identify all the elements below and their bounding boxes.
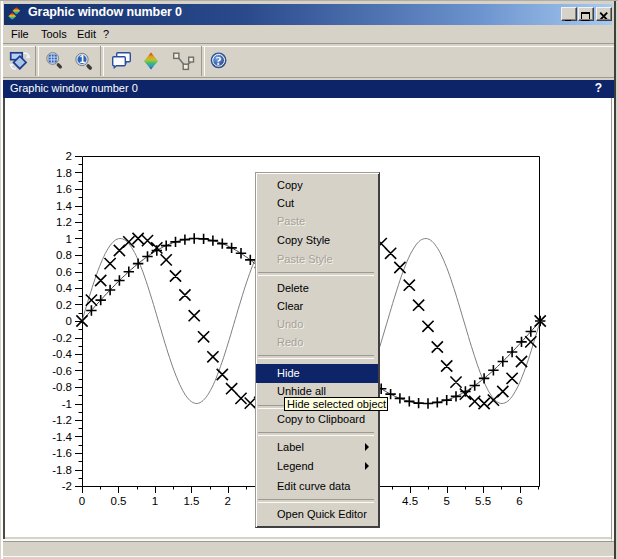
svg-text:1.6: 1.6 [56, 183, 72, 195]
svg-text:-1.2: -1.2 [52, 414, 72, 426]
svg-text:4.5: 4.5 [402, 495, 418, 507]
svg-text:5: 5 [443, 495, 449, 507]
svg-text:-2: -2 [62, 480, 72, 492]
svg-text:1.8: 1.8 [56, 167, 72, 179]
svg-text:-1.6: -1.6 [52, 447, 72, 459]
svg-text:0: 0 [66, 315, 72, 327]
svg-text:1: 1 [152, 495, 158, 507]
svg-text:0: 0 [79, 495, 85, 507]
svg-text:6: 6 [516, 495, 522, 507]
svg-text:1.4: 1.4 [56, 200, 73, 212]
svg-text:1: 1 [66, 233, 72, 245]
svg-text:1.2: 1.2 [56, 216, 72, 228]
svg-text:0.6: 0.6 [56, 266, 72, 278]
svg-text:-0.4: -0.4 [52, 348, 72, 360]
svg-text:0.5: 0.5 [111, 495, 127, 507]
svg-text:2: 2 [66, 150, 72, 162]
svg-text:0.4: 0.4 [56, 282, 73, 294]
svg-text:-0.2: -0.2 [52, 332, 72, 344]
svg-text:0.8: 0.8 [56, 249, 72, 261]
svg-text:-0.8: -0.8 [52, 381, 72, 393]
svg-text:1.5: 1.5 [183, 495, 199, 507]
svg-text:-1.8: -1.8 [52, 464, 72, 476]
svg-text:0.2: 0.2 [56, 299, 72, 311]
svg-text:5.5: 5.5 [475, 495, 491, 507]
svg-text:-1.4: -1.4 [52, 431, 72, 443]
svg-text:-1: -1 [62, 398, 72, 410]
svg-text:-0.6: -0.6 [52, 365, 72, 377]
svg-text:2: 2 [225, 495, 231, 507]
